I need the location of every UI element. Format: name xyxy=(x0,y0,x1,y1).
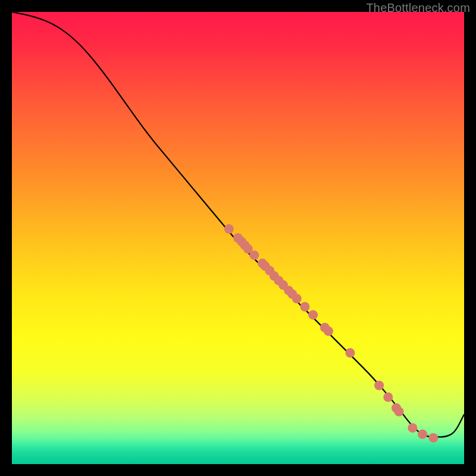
data-dot xyxy=(300,302,309,312)
data-dot xyxy=(408,423,417,433)
watermark-text: TheBottleneck.com xyxy=(366,1,470,15)
frame: TheBottleneck.com xyxy=(0,0,476,476)
data-dot xyxy=(224,224,234,234)
data-dot xyxy=(394,407,404,416)
data-dot xyxy=(308,310,318,320)
data-dot xyxy=(383,393,393,402)
data-dots xyxy=(224,224,439,443)
data-dot xyxy=(324,327,333,336)
data-dot xyxy=(374,381,384,390)
data-dot xyxy=(249,250,259,260)
data-dot xyxy=(345,348,355,358)
data-dot xyxy=(418,430,427,439)
chart-svg xyxy=(12,12,464,464)
data-dot xyxy=(292,294,302,303)
plot-area xyxy=(12,12,464,464)
bottleneck-curve xyxy=(12,12,464,437)
data-dot xyxy=(428,433,438,443)
